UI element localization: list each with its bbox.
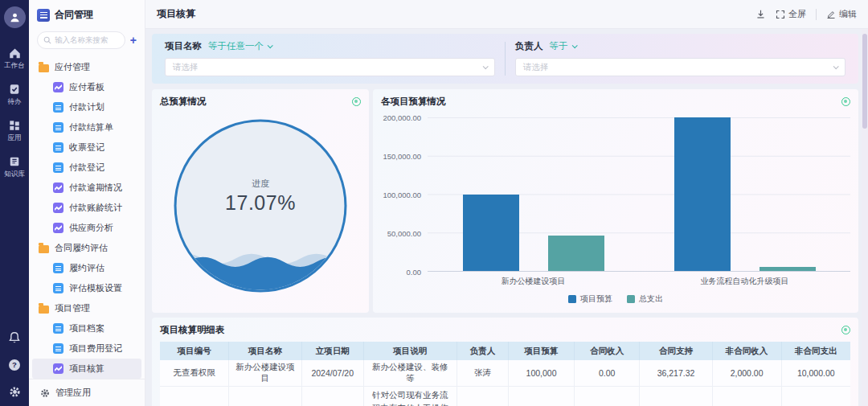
doc-icon [53, 283, 63, 293]
edit-label: 编辑 [839, 8, 857, 20]
filter-operator[interactable]: 等于任意一个 [208, 40, 272, 52]
legend-item-expense[interactable]: 总支出 [627, 293, 663, 305]
col-header: 负责人 [457, 342, 508, 360]
item-label: 付款逾期情况 [69, 182, 122, 194]
rail-item-todo[interactable]: 待办 [8, 84, 22, 107]
sidebar-item-payment-plan[interactable]: 付款计划 [32, 97, 141, 117]
fullscreen-label: 全屏 [788, 8, 806, 20]
sidebar-item-project-accounting[interactable]: 项目核算 [32, 359, 141, 379]
refresh-icon[interactable] [841, 97, 850, 106]
download-icon [755, 9, 766, 19]
legend-item-budget[interactable]: 项目预算 [568, 293, 612, 305]
folder-icon [39, 245, 49, 253]
search-input[interactable]: 输入名称来搜索 [37, 31, 125, 49]
add-button[interactable]: + [130, 34, 138, 47]
help-icon[interactable]: ? [8, 359, 21, 371]
accounting-detail-panel: 项目核算明细表 项目编号 项目名称 立项日期 项目说明 负 [152, 318, 858, 406]
gear-icon [40, 388, 50, 398]
sidebar-group-payables[interactable]: 应付管理 [32, 57, 141, 77]
content: 项目名称 等于任意一个 请选择 负责人 等于 请选择 [145, 29, 868, 406]
y-tick: 100,000.00 [383, 191, 421, 199]
sidebar-item-payment-register[interactable]: 付款登记 [32, 158, 141, 178]
sidebar-tree: 应付管理 应付看板 付款计划 付款结算单 收票登记 付款登记 付款逾期情况 付款… [29, 55, 145, 379]
rail-item-apps[interactable]: 应用 [8, 120, 22, 143]
legend-swatch [568, 295, 576, 303]
scrollbar-thumb[interactable] [862, 34, 867, 129]
doc-icon [53, 323, 63, 334]
cell: 2,000.00 [712, 360, 781, 387]
sidebar-item-aging-stats[interactable]: 付款账龄统计 [32, 198, 141, 218]
divider [505, 42, 506, 76]
scrollbar-track [862, 29, 868, 406]
table-header-row: 项目编号 项目名称 立项日期 项目说明 负责人 项目预算 合同收入 合同支持 非… [160, 342, 850, 360]
bar-expense-project2 [760, 267, 816, 271]
cell: 针对公司现有业务流程中存在的人工操作繁琐、效率低下等问题，通过引入 RPA [363, 387, 457, 406]
cell [781, 387, 850, 406]
owner-select[interactable]: 请选择 [515, 58, 845, 76]
filter-operator[interactable]: 等于 [550, 40, 576, 52]
select-placeholder: 请选择 [523, 62, 549, 73]
sidebar-item-project-archive[interactable]: 项目档案 [32, 318, 141, 338]
bar-group-1 [428, 117, 639, 271]
sidebar-item-performance-eval[interactable]: 履约评估 [32, 258, 141, 278]
chart-icon [53, 223, 63, 233]
sidebar: 合同管理 输入名称来搜索 + 应付管理 应付看板 付款计划 付款结算单 收票登记… [29, 0, 145, 406]
panel-title: 各项目预算情况 [381, 96, 446, 108]
group-label: 项目管理 [55, 302, 90, 314]
cell [574, 387, 640, 406]
accounting-table: 项目编号 项目名称 立项日期 项目说明 负责人 项目预算 合同收入 合同支持 非… [160, 342, 850, 406]
filter-owner: 负责人 等于 请选择 [510, 40, 850, 77]
chevron-down-icon [483, 64, 489, 69]
avatar[interactable] [4, 6, 26, 28]
cell: 36,217.32 [640, 360, 712, 387]
manage-app-button[interactable]: 管理应用 [29, 379, 145, 406]
chevron-down-icon [571, 43, 577, 48]
search-row: 输入名称来搜索 + [29, 28, 145, 55]
rail-item-label: 工作台 [4, 61, 25, 71]
user-icon [9, 11, 21, 23]
topbar-actions: 全屏 编辑 [755, 8, 857, 20]
folder-icon [39, 64, 49, 72]
chart-icon [53, 82, 63, 92]
gear-icon[interactable] [9, 386, 21, 398]
bar-budget-project2 [674, 117, 731, 271]
table-row: 无查看权限 新办公楼建设项目 2024/07/20 新办公楼建设、装修等 张涛 … [160, 360, 850, 387]
chart-legend: 项目预算 总支出 [381, 293, 850, 305]
rail-item-knowledge[interactable]: 知识库 [4, 156, 25, 179]
bell-icon[interactable] [8, 331, 21, 344]
sidebar-item-overdue[interactable]: 付款逾期情况 [32, 178, 141, 198]
fullscreen-button[interactable]: 全屏 [776, 8, 806, 20]
group-label: 应付管理 [55, 61, 90, 73]
page: 工作台 待办 应用 知识库 ? 合同管理 输入名称来搜索 [0, 0, 868, 406]
y-tick: 150,000.00 [383, 152, 421, 161]
sidebar-group-performance[interactable]: 合同履约评估 [32, 238, 141, 258]
app-title: 合同管理 [55, 8, 93, 22]
col-header: 合同支持 [640, 342, 712, 360]
edit-button[interactable]: 编辑 [826, 8, 857, 20]
cell [160, 387, 229, 406]
sidebar-item-project-expense[interactable]: 项目费用登记 [32, 338, 141, 359]
refresh-icon[interactable] [841, 326, 850, 334]
cell [712, 387, 781, 406]
doc-icon [53, 102, 63, 113]
x-category: 新办公楼建设项目 [428, 276, 639, 287]
project-name-select[interactable]: 请选择 [165, 58, 495, 76]
fullscreen-icon [776, 10, 785, 19]
sidebar-item-supplier-analysis[interactable]: 供应商分析 [32, 218, 141, 238]
cell: 0.00 [574, 360, 640, 387]
rail-item-workbench[interactable]: 工作台 [4, 47, 25, 71]
download-button[interactable] [755, 9, 766, 19]
edit-icon [826, 10, 836, 19]
sidebar-item-invoice-register[interactable]: 收票登记 [32, 137, 141, 158]
doc-icon [53, 142, 63, 153]
rail-bottom: ? [8, 331, 21, 398]
sidebar-item-payment-statement[interactable]: 付款结算单 [32, 117, 141, 137]
sidebar-item-payables-board[interactable]: 应付看板 [32, 77, 141, 97]
cell [509, 387, 575, 406]
sidebar-item-eval-template[interactable]: 评估模板设置 [32, 278, 141, 298]
sidebar-group-project[interactable]: 项目管理 [32, 298, 141, 318]
chart-icon [53, 203, 63, 213]
item-label: 项目档案 [69, 322, 104, 334]
refresh-icon[interactable] [352, 97, 361, 106]
y-tick: 50,000.00 [387, 229, 421, 238]
